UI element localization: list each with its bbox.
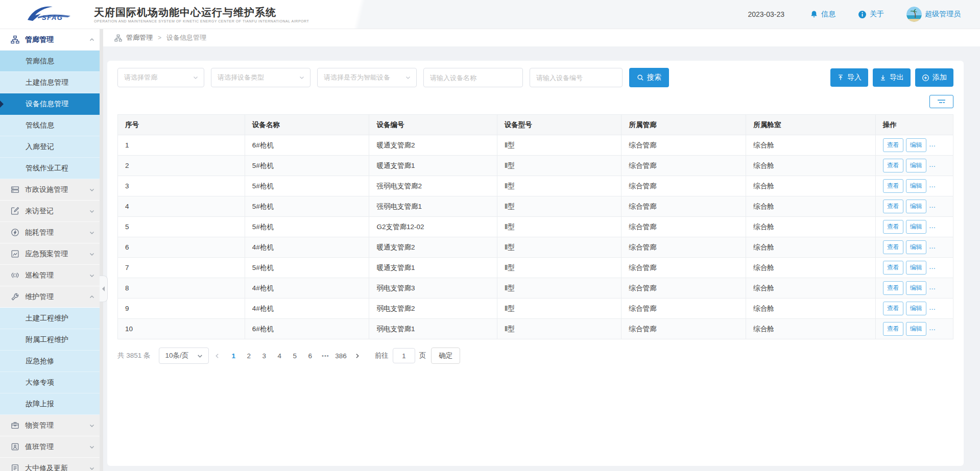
- page-unit: 页: [419, 351, 426, 360]
- sidebar-group-0[interactable]: 管廊管理: [0, 29, 103, 51]
- sidebar-group-9[interactable]: 能耗管理: [0, 222, 103, 243]
- sidebar-group-label: 维护管理: [25, 292, 54, 302]
- cell-corridor: 综合管廊: [622, 135, 746, 156]
- sidebar-group-7[interactable]: 市政设施管理: [0, 179, 103, 201]
- table-row: 94#枪机弱电支管廊2Ⅱ型综合管廊综合舱查看编辑删除: [118, 299, 953, 319]
- device-type-select[interactable]: 请选择设备类型: [211, 68, 310, 87]
- import-button[interactable]: 导入: [830, 68, 868, 87]
- import-label: 导入: [847, 73, 862, 82]
- edit-button[interactable]: 编辑: [906, 261, 926, 275]
- sidebar-item-4[interactable]: 管线信息: [0, 115, 103, 136]
- chevron-down-icon: [295, 75, 305, 81]
- edit-button[interactable]: 编辑: [906, 302, 926, 315]
- device-name-input[interactable]: [423, 68, 523, 87]
- view-button[interactable]: 查看: [883, 281, 903, 295]
- sidebar-item-16[interactable]: 大修专项: [0, 372, 103, 393]
- goto-page-input[interactable]: [393, 348, 415, 363]
- table-row: 75#枪机暖通支管廊1Ⅱ型综合管廊综合舱查看编辑删除: [118, 258, 953, 278]
- sidebar-group-12[interactable]: 维护管理: [0, 286, 103, 308]
- table-row: 16#枪机暖通支管廊2Ⅱ型综合管廊综合舱查看编辑删除: [118, 135, 953, 156]
- cell-actions: 查看编辑删除: [875, 176, 953, 196]
- page-number[interactable]: 2: [241, 352, 256, 360]
- sidebar-item-label: 管廊信息: [26, 57, 54, 66]
- sidebar-item-1[interactable]: 管廊信息: [0, 51, 103, 72]
- cell-name: 6#枪机: [245, 319, 369, 339]
- page-number[interactable]: 5: [287, 352, 302, 360]
- edit-button[interactable]: 编辑: [906, 200, 926, 213]
- confirm-button[interactable]: 确定: [431, 348, 460, 364]
- page-size-select[interactable]: 10条/页: [159, 348, 209, 364]
- breadcrumb-section[interactable]: 管廊管理: [126, 33, 153, 42]
- edit-button[interactable]: 编辑: [906, 322, 926, 336]
- sidebar-item-15[interactable]: 应急抢修: [0, 351, 103, 372]
- sidebar-group-19[interactable]: 值班管理: [0, 436, 103, 458]
- sidebar-group-20[interactable]: 大中修及更新: [0, 458, 103, 471]
- add-button[interactable]: 添加: [915, 68, 953, 87]
- messages-link[interactable]: 信息: [810, 10, 835, 19]
- edit-icon: [11, 207, 20, 216]
- corridor-select[interactable]: 请选择管廊: [117, 68, 204, 87]
- prev-page-button[interactable]: [214, 353, 221, 359]
- page-ellipsis[interactable]: •••: [318, 353, 333, 359]
- title-block: 天府国际机场动能中心运行与维护系统 OPERATION AND MAINTENA…: [94, 6, 309, 23]
- sidebar-group-label: 应急预案管理: [25, 250, 68, 259]
- page-number[interactable]: 386: [333, 352, 349, 360]
- page-body: 请选择管廊 请选择设备类型 请选择是否为智能设备: [103, 46, 980, 471]
- bell-icon: [810, 10, 818, 18]
- view-button[interactable]: 查看: [883, 261, 903, 275]
- cell-cabin: 综合舱: [746, 196, 876, 217]
- chevron-down-icon: [401, 75, 411, 81]
- view-button[interactable]: 查看: [883, 322, 903, 336]
- table-row: 55#枪机G2支管廊12-02Ⅱ型综合管廊综合舱查看编辑删除: [118, 217, 953, 237]
- about-link[interactable]: 关于: [858, 10, 884, 19]
- view-button[interactable]: 查看: [883, 159, 903, 172]
- cell-model: Ⅱ型: [497, 299, 622, 319]
- view-button[interactable]: 查看: [883, 302, 903, 315]
- sidebar-group-8[interactable]: 来访登记: [0, 201, 103, 222]
- sidebar-item-3[interactable]: 设备信息管理: [0, 93, 103, 115]
- cell-corridor: 综合管廊: [622, 156, 746, 176]
- column-filter-button[interactable]: [929, 95, 953, 108]
- view-button[interactable]: 查看: [883, 179, 903, 193]
- edit-button[interactable]: 编辑: [906, 281, 926, 295]
- export-button[interactable]: 导出: [873, 68, 911, 87]
- view-button[interactable]: 查看: [883, 200, 903, 213]
- edit-button[interactable]: 编辑: [906, 159, 926, 172]
- wrench-icon: [11, 292, 20, 302]
- sidebar-item-13[interactable]: 土建工程维护: [0, 308, 103, 329]
- search-button[interactable]: 搜索: [629, 68, 669, 87]
- page-number[interactable]: 6: [302, 352, 318, 360]
- sidebar-item-5[interactable]: 入廊登记: [0, 136, 103, 158]
- device-code-input[interactable]: [530, 68, 623, 87]
- filter-bar: 请选择管廊 请选择设备类型 请选择是否为智能设备: [117, 68, 953, 87]
- cell-model: Ⅱ型: [497, 319, 622, 339]
- smart-device-select[interactable]: 请选择是否为智能设备: [317, 68, 417, 87]
- page-number[interactable]: 3: [256, 352, 272, 360]
- next-page-button[interactable]: [354, 353, 361, 359]
- cell-code: 弱电支管廊1: [369, 319, 497, 339]
- sidebar-item-2[interactable]: 土建信息管理: [0, 72, 103, 93]
- sidebar-item-14[interactable]: 附属工程维护: [0, 329, 103, 351]
- header-date: 2023-03-23: [748, 10, 784, 18]
- view-button[interactable]: 查看: [883, 240, 903, 254]
- sidebar-group-11[interactable]: 巡检管理: [0, 265, 103, 286]
- edit-button[interactable]: 编辑: [906, 220, 926, 234]
- cell-model: Ⅱ型: [497, 135, 622, 156]
- page-number[interactable]: 4: [272, 352, 287, 360]
- sidebar-item-17[interactable]: 故障上报: [0, 393, 103, 415]
- chevron-down-icon: [89, 187, 95, 193]
- user-menu[interactable]: 超级管理员: [906, 7, 961, 22]
- sidebar-collapse-handle[interactable]: [100, 276, 108, 302]
- sidebar-item-6[interactable]: 管线作业工程: [0, 158, 103, 179]
- edit-button[interactable]: 编辑: [906, 240, 926, 254]
- edit-button[interactable]: 编辑: [906, 138, 926, 152]
- sidebar-group-label: 值班管理: [25, 442, 54, 452]
- view-button[interactable]: 查看: [883, 138, 903, 152]
- cell-model: Ⅱ型: [497, 237, 622, 258]
- edit-button[interactable]: 编辑: [906, 179, 926, 193]
- sidebar-group-18[interactable]: 物资管理: [0, 415, 103, 436]
- cell-cabin: 综合舱: [746, 135, 876, 156]
- sidebar-group-10[interactable]: 应急预案管理: [0, 243, 103, 265]
- page-number[interactable]: 1: [226, 352, 241, 360]
- view-button[interactable]: 查看: [883, 220, 903, 234]
